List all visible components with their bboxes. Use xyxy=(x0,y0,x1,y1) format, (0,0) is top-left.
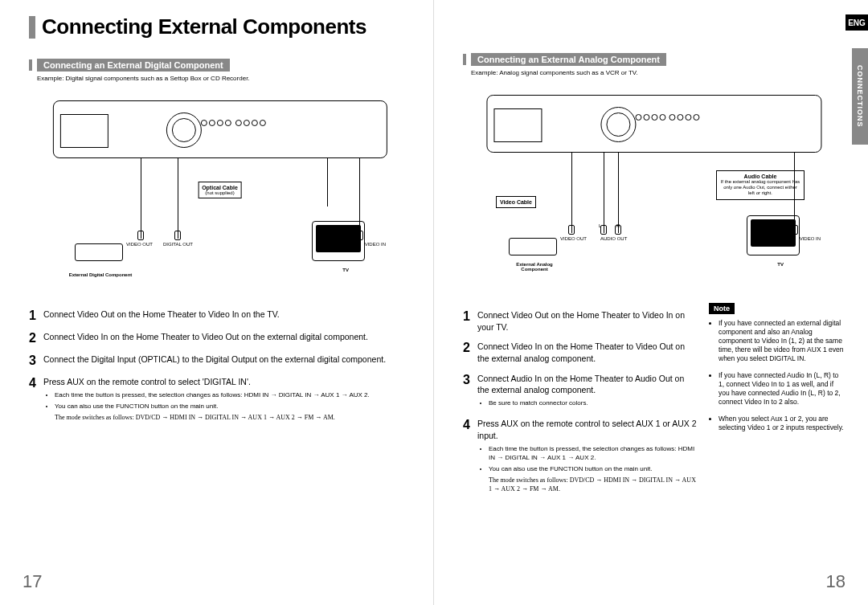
tv-label: TV xyxy=(342,268,349,272)
rstep-text-1: Connect Video Out on the Home Theater to… xyxy=(477,309,698,333)
notes-column: Note If you have connected an external d… xyxy=(709,303,845,502)
diagram-analog: Video Cable Audio Cable If the external … xyxy=(463,83,845,292)
step-num-4: 4 xyxy=(29,376,43,422)
home-theater-rear-panel-r xyxy=(486,95,821,153)
section-accent-r xyxy=(463,54,466,65)
rstep-text-4: Press AUX on the remote control to selec… xyxy=(477,418,698,441)
rstep-text-3: Connect Audio In on the Home Theater to … xyxy=(477,373,698,396)
external-digital-component-icon xyxy=(75,243,123,261)
step-4: 4 Press AUX on the remote control to sel… xyxy=(29,376,411,422)
step-num-2: 2 xyxy=(29,331,43,345)
title-bar: Connecting External Components xyxy=(29,14,411,39)
tv-label-r: TV xyxy=(777,262,784,267)
step4-bullet-1: Each time the button is pressed, the sel… xyxy=(55,390,411,399)
section-heading-digital: Connecting an External Digital Component xyxy=(37,59,230,72)
page-title: Connecting External Components xyxy=(42,14,366,39)
note-badge: Note xyxy=(709,303,735,314)
step-text-1: Connect Video Out on the Home Theater to… xyxy=(43,309,411,323)
port-video-in: VIDEO IN xyxy=(365,242,386,247)
note-1: If you have connected an external digita… xyxy=(719,319,845,363)
diagram-digital: Optical Cable (not supplied) External Di… xyxy=(29,88,411,297)
step-text-3: Connect the Digital Input (OPTICAL) to t… xyxy=(43,354,411,368)
note-2: If you have connected Audio In (L, R) to… xyxy=(719,371,845,407)
tv-icon-r xyxy=(747,215,800,255)
port-video-in-r: VIDEO IN xyxy=(800,236,821,241)
steps-digital: 1 Connect Video Out on the Home Theater … xyxy=(29,309,411,422)
home-theater-rear-panel xyxy=(52,100,387,158)
section-row-right: Connecting an External Analog Component xyxy=(463,53,845,66)
section-heading-analog: Connecting an External Analog Component xyxy=(471,53,666,66)
port-digital-out: DIGITAL OUT xyxy=(163,242,193,247)
page-number-left: 17 xyxy=(23,571,42,592)
step-text-4: Press AUX on the remote control to selec… xyxy=(43,376,411,388)
step-text-2: Connect Video In on the Home Theater to … xyxy=(43,331,411,345)
rstep-num-2: 2 xyxy=(463,341,477,364)
rstep-3: 3 Connect Audio In on the Home Theater t… xyxy=(463,373,698,411)
external-analog-component-icon xyxy=(509,238,557,255)
rstep-num-4: 4 xyxy=(463,418,477,493)
audio-cable-sub: If the external analog component has onl… xyxy=(720,179,800,197)
rstep-1: 1 Connect Video Out on the Home Theater … xyxy=(463,309,698,333)
port-audio-out: AUDIO OUT xyxy=(600,236,627,241)
step-num-1: 1 xyxy=(29,309,43,323)
audio-cable-label: Audio Cable xyxy=(744,174,777,179)
optical-cable-callout: Optical Cable (not supplied) xyxy=(198,182,242,198)
cooling-fan-icon xyxy=(166,112,202,148)
section-accent xyxy=(29,59,32,71)
rstep-num-1: 1 xyxy=(463,309,477,333)
language-tab: ENG xyxy=(845,14,868,31)
example-analog: Example: Analog signal components such a… xyxy=(471,69,845,76)
audio-cable-callout: Audio Cable If the external analog compo… xyxy=(716,170,805,200)
rstep-4: 4 Press AUX on the remote control to sel… xyxy=(463,418,698,493)
page-left: Connecting External Components Connectin… xyxy=(0,0,434,605)
example-digital: Example: Digital signal components such … xyxy=(37,75,411,82)
step-2: 2 Connect Video In on the Home Theater t… xyxy=(29,331,411,345)
rstep-2: 2 Connect Video In on the Home Theater t… xyxy=(463,341,698,364)
rstep4-bullet-2: You can also use the FUNCTION button on … xyxy=(489,464,698,473)
step-3: 3 Connect the Digital Input (OPTICAL) to… xyxy=(29,354,411,368)
ext-analog-label: External Analog Component xyxy=(502,262,567,272)
rstep-text-2: Connect Video In on the Home Theater to … xyxy=(477,341,698,364)
cooling-fan-icon-r xyxy=(601,107,637,142)
right-content-columns: 1 Connect Video Out on the Home Theater … xyxy=(463,303,845,502)
av-ports xyxy=(200,119,360,146)
ext-digital-label: External Digital Component xyxy=(68,272,133,277)
speaker-terminal-block xyxy=(59,114,108,148)
note-3: When you select Aux 1 or 2, you are sele… xyxy=(719,415,845,432)
port-video-out-r: VIDEO OUT xyxy=(560,236,587,241)
rstep3-bullet: Be sure to match connector colors. xyxy=(489,399,698,407)
video-cable-callout: Video Cable xyxy=(496,196,536,208)
optical-cable-label: Optical Cable xyxy=(202,185,238,190)
rstep-num-3: 3 xyxy=(463,373,477,411)
speaker-terminal-block-r xyxy=(493,108,542,142)
step-num-3: 3 xyxy=(29,354,43,368)
rstep4-mode-note: The mode switches as follows: DVD/CD → H… xyxy=(489,476,698,493)
page-right: ENG CONNECTIONS Connecting an External A… xyxy=(434,0,868,605)
video-cable-label: Video Cable xyxy=(500,199,532,205)
page-number-right: 18 xyxy=(826,571,845,592)
step4-bullet-2: You can also use the FUNCTION button on … xyxy=(55,402,411,411)
step-1: 1 Connect Video Out on the Home Theater … xyxy=(29,309,411,323)
av-ports-r xyxy=(634,113,794,141)
step4-mode-note: The mode switches as follows: DVD/CD → H… xyxy=(55,413,411,422)
page-spread: Connecting External Components Connectin… xyxy=(0,0,868,605)
section-row-left: Connecting an External Digital Component xyxy=(29,59,411,72)
title-accent xyxy=(29,16,35,39)
steps-analog: 1 Connect Video Out on the Home Theater … xyxy=(463,309,698,502)
section-tab-connections: CONNECTIONS xyxy=(852,48,868,145)
optical-cable-sub: (not supplied) xyxy=(202,190,238,195)
tv-icon xyxy=(312,221,365,261)
port-video-out: VIDEO OUT xyxy=(126,242,153,247)
rstep4-bullet-1: Each time the button is pressed, the sel… xyxy=(489,444,698,462)
